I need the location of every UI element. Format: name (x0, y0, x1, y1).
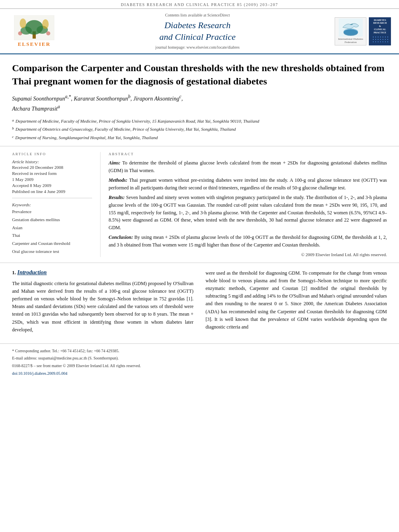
author-4-sup: a (58, 104, 60, 109)
keyword-2: Gestation diabetes mellitus (12, 216, 92, 224)
author-2-sup: b (128, 94, 130, 99)
elsevier-logo: ELSEVIER (8, 15, 60, 47)
drcp-label: DIABETESRESEARCH&CLINICALPRACTICE (373, 19, 387, 35)
affil-c-text: Department of Nursing, Songklanagarind H… (15, 134, 158, 142)
keywords-list: Prevalence Gestation diabetes mellitus A… (12, 208, 92, 256)
results-label: Results: (109, 195, 125, 200)
body-col-left: 1. Introduction The initial diagnostic c… (12, 269, 193, 337)
drcp-logo: DIABETESRESEARCH&CLINICALPRACTICE (369, 17, 391, 45)
methods-label: Methods: (109, 177, 128, 183)
corresponding-author-note: * Corresponding author. Tel.: +66 74 451… (12, 348, 387, 354)
affiliations: a Department of Medicine, Faculty of Med… (12, 117, 387, 142)
keywords-label: Keywords: (12, 202, 92, 207)
author-4: Atchara Thamprasita (12, 106, 60, 112)
results-text: Seven hundred and ninety seven women wit… (109, 195, 387, 230)
keyword-6: Oral glucose tolerance test (12, 248, 92, 256)
article-info-panel: ARTICLE INFO Article history: Received 2… (12, 152, 101, 257)
two-column-body: 1. Introduction The initial diagnostic c… (12, 269, 387, 337)
partner-logos: International Diabetes Federation DIABET… (335, 17, 391, 45)
affil-c-sup: c (12, 134, 14, 142)
published-date: Published on line 4 June 2009 (12, 189, 92, 194)
journal-header: ELSEVIER Contents lists available at Sci… (0, 9, 399, 54)
affil-a: a Department of Medicine, Faculty of Med… (12, 117, 387, 125)
journal-citation-bar: DIABETES RESEARCH AND CLINICAL PRACTICE … (0, 0, 399, 9)
keyword-5: Carpenter and Coustan threshold (12, 240, 92, 248)
idf-logo: International Diabetes Federation (335, 17, 366, 45)
copyright-notice: © 2009 Elsevier Ireland Ltd. All rights … (109, 252, 387, 257)
affil-a-text: Department of Medicine, Faculty of Medic… (16, 117, 259, 125)
received-revised-date: 1 May 2009 (12, 177, 92, 182)
methods-text: Thai pregnant women without pre-existing… (109, 177, 387, 191)
section-title: Introduction (17, 269, 47, 275)
keyword-1: Prevalence (12, 208, 92, 216)
license-text: 0168-8227/$ – see front matter © 2009 El… (12, 363, 387, 369)
affil-b-sup: b (12, 125, 14, 134)
author-2: Karanrat Soonthornpunb (74, 96, 130, 102)
elsevier-logo-area: ELSEVIER (8, 15, 60, 47)
author-1-sup: a,* (65, 94, 71, 99)
affil-a-sup: a (12, 117, 14, 125)
idf-globe-icon (339, 18, 363, 37)
elsevier-tree-icon (14, 15, 54, 40)
abstract-results: Results: Seven hundred and ninety seven … (109, 194, 387, 231)
affil-b-text: Department of Obstetrics and Gynaecology… (16, 125, 236, 134)
article-info-heading: ARTICLE INFO (12, 152, 92, 156)
author-1: Supamai Soonthornpuna,* (12, 96, 71, 102)
received-date: Received 20 December 2008 (12, 165, 92, 170)
author-3-sup: c (179, 94, 181, 99)
intro-paragraph-1: The initial diagnostic criteria for gest… (12, 280, 193, 334)
svg-point-6 (42, 19, 49, 29)
main-content: 1. Introduction The initial diagnostic c… (0, 263, 399, 343)
keyword-3: Asian (12, 224, 92, 232)
accepted-date: Accepted 8 May 2009 (12, 183, 92, 188)
section-number: 1. (12, 269, 16, 275)
abstract-aims: Aims: To determine the threshold of plas… (109, 159, 387, 174)
page-footer: * Corresponding author. Tel.: +66 74 451… (0, 343, 399, 380)
abstract-panel: ABSTRACT Aims: To determine the threshol… (101, 152, 387, 257)
svg-point-7 (18, 31, 22, 35)
elsevier-wordmark: ELSEVIER (18, 41, 51, 47)
article-info-abstract: ARTICLE INFO Article history: Received 2… (0, 146, 399, 263)
journal-title-area: Contents lists available at ScienceDirec… (60, 13, 335, 49)
email-note: E-mail address: ssupamai@medicine.psu.ac… (12, 355, 387, 361)
idf-label: International Diabetes Federation (335, 37, 366, 44)
aims-text: To determine the threshold of plasma glu… (109, 160, 387, 173)
affil-b: b Department of Obstetrics and Gynaecolo… (12, 125, 387, 134)
intro-paragraph-2: were used as the threshold for diagnosin… (206, 269, 387, 331)
svg-point-8 (46, 31, 50, 35)
sciencedirect-label: Contents lists available at ScienceDirec… (60, 13, 335, 17)
abstract-methods: Methods: Thai pregnant women without pre… (109, 177, 387, 191)
author-3: Jiraporn Aksonteingc (133, 96, 181, 102)
abstract-conclusion: Conclusion: By using mean + 2SDs of plas… (109, 234, 387, 249)
abstract-heading: ABSTRACT (109, 152, 387, 156)
affil-c: c Department of Nursing, Songklanagarind… (12, 134, 387, 142)
journal-title: Diabetes Research and Clinical Practice (60, 20, 335, 43)
info-divider (12, 198, 92, 198)
doi-text: doi:10.1016/j.diabres.2009.05.004 (12, 370, 387, 376)
article-title-section: Comparison the Carpenter and Coustan thr… (0, 54, 399, 146)
authors-list: Supamai Soonthornpuna,*, Karanrat Soonth… (12, 93, 387, 113)
intro-heading: 1. Introduction (12, 269, 193, 276)
body-col-right: were used as the threshold for diagnosin… (206, 269, 387, 337)
journal-homepage: journal homepage: www.elsevier.com/locat… (60, 45, 335, 49)
history-label: Article history: (12, 159, 92, 164)
article-title: Comparison the Carpenter and Coustan thr… (12, 62, 387, 88)
aims-label: Aims: (109, 160, 120, 166)
received-revised-label: Received in revised form (12, 171, 92, 176)
keyword-4: Thai (12, 232, 92, 240)
svg-point-5 (20, 18, 26, 28)
svg-point-11 (343, 29, 358, 35)
conclusion-label: Conclusion: (109, 234, 133, 240)
conclusion-text: By using mean + 2SDs of plasma glucose l… (109, 234, 387, 248)
drcp-pattern (372, 36, 388, 44)
